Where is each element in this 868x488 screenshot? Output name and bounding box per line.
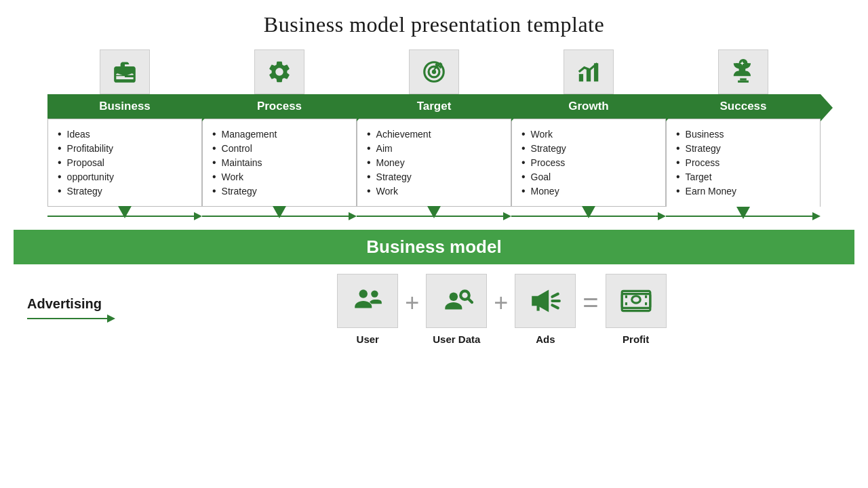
target-icon: [421, 59, 447, 85]
list-item: Maintains: [212, 156, 347, 170]
list-item: Target: [676, 170, 810, 184]
list-item: Strategy: [58, 184, 192, 199]
list-item: Strategy: [521, 142, 656, 156]
bottom-item-ads: Ads: [515, 274, 576, 345]
bottom-items-row: User + User Data +: [163, 274, 841, 345]
svg-rect-4: [579, 74, 583, 81]
arrow-head: [812, 212, 821, 220]
arrow-growth: Growth Work Strategy Process Goal Money: [511, 49, 666, 220]
bottom-section: Advertising User +: [14, 274, 854, 345]
gear-icon-box: [254, 49, 304, 94]
advertising-arrow: [27, 314, 115, 323]
list-item: Money: [367, 156, 501, 170]
target-icon-box: [409, 49, 459, 94]
svg-line-14: [469, 299, 472, 302]
advertising-block: Advertising: [27, 296, 163, 323]
user-label: User: [357, 333, 379, 345]
adv-arrow-head: [107, 314, 115, 323]
ads-label: Ads: [536, 333, 555, 345]
chart-icon-box: [564, 49, 614, 94]
list-item: Goal: [521, 170, 656, 184]
arrow-label-growth: Growth: [511, 94, 666, 119]
arrow-head: [194, 212, 202, 220]
plus-operator-2: +: [494, 289, 508, 331]
arrow-success: Success Business Strategy Process Target…: [666, 49, 821, 220]
svg-line-16: [553, 294, 558, 297]
list-item: Strategy: [676, 142, 810, 156]
list-item: Achievement: [367, 127, 501, 142]
list-item: Earn Money: [676, 184, 810, 199]
arrow-head: [658, 212, 666, 220]
arrow-label-target: Target: [357, 94, 511, 119]
megaphone-icon-box: [515, 274, 576, 328]
svg-point-12: [450, 293, 458, 302]
profit-label: Profit: [623, 333, 649, 345]
page-title: Business model presentation template: [264, 12, 604, 37]
arrow-business: Business Ideas Profitability Proposal op…: [47, 49, 202, 220]
list-item: Management: [212, 127, 347, 142]
page: Business model presentation template Bus…: [0, 0, 868, 488]
arrow-label-success: Success: [666, 94, 821, 119]
megaphone-icon: [528, 284, 562, 318]
list-item: Business: [676, 127, 810, 142]
advertising-text: Advertising: [27, 296, 102, 312]
users-icon-box: [337, 274, 398, 328]
users-icon: [351, 284, 384, 318]
search-users-icon: [439, 284, 473, 318]
bottom-item-profit: Profit: [606, 274, 667, 345]
gear-icon: [267, 59, 292, 85]
arrow-target: Target Achievement Aim Money Strategy Wo…: [357, 49, 511, 220]
svg-marker-15: [533, 291, 549, 310]
business-model-banner: Business model: [14, 230, 854, 264]
arrow-process: Process Management Control Maintains Wor…: [202, 49, 357, 220]
list-item: Process: [521, 156, 656, 170]
list-item: Work: [521, 127, 656, 142]
content-box-process: Management Control Maintains Work Strate…: [202, 119, 357, 207]
list-item: Ideas: [58, 127, 192, 142]
list-item: Work: [212, 170, 347, 184]
plus-operator-1: +: [405, 289, 419, 331]
list-item: Aim: [367, 142, 501, 156]
svg-rect-9: [738, 81, 749, 83]
arrow-head: [349, 212, 357, 220]
chart-icon: [576, 59, 601, 85]
arrow-label-process: Process: [202, 94, 357, 119]
content-box-business: Ideas Profitability Proposal opportunity…: [47, 119, 202, 207]
svg-rect-0: [121, 62, 128, 64]
svg-point-10: [359, 289, 368, 298]
list-item: Profitability: [58, 142, 192, 156]
search-users-icon-box: [426, 274, 487, 328]
list-item: Control: [212, 142, 347, 156]
list-item: Proposal: [58, 156, 192, 170]
list-item: Process: [676, 156, 810, 170]
bottom-item-user: User: [337, 274, 398, 345]
money-icon-box: [606, 274, 667, 328]
arrow-head: [503, 212, 511, 220]
arrows-section: Business Ideas Profitability Proposal op…: [14, 49, 854, 220]
svg-point-3: [432, 70, 436, 74]
equals-operator: =: [583, 287, 598, 331]
arrow-label-business: Business: [47, 94, 202, 119]
trophy-icon-box: [718, 49, 768, 94]
svg-rect-8: [740, 79, 747, 81]
content-box-success: Business Strategy Process Target Earn Mo…: [666, 119, 821, 207]
svg-point-11: [371, 290, 378, 297]
userdata-label: User Data: [433, 333, 480, 345]
svg-point-21: [631, 296, 640, 303]
content-box-target: Achievement Aim Money Strategy Work: [357, 119, 511, 207]
content-box-growth: Work Strategy Process Goal Money: [511, 119, 666, 207]
money-icon: [619, 284, 653, 318]
adv-arrow-line: [27, 318, 107, 319]
bottom-item-userdata: User Data: [426, 274, 487, 345]
trophy-icon: [730, 59, 756, 85]
list-item: Strategy: [367, 170, 501, 184]
svg-line-18: [553, 305, 558, 308]
briefcase-icon-box: [100, 49, 150, 94]
list-item: Money: [521, 184, 656, 199]
list-item: opportunity: [58, 170, 192, 184]
list-item: Work: [367, 184, 501, 199]
briefcase-icon: [112, 59, 138, 85]
list-item: Strategy: [212, 184, 347, 199]
